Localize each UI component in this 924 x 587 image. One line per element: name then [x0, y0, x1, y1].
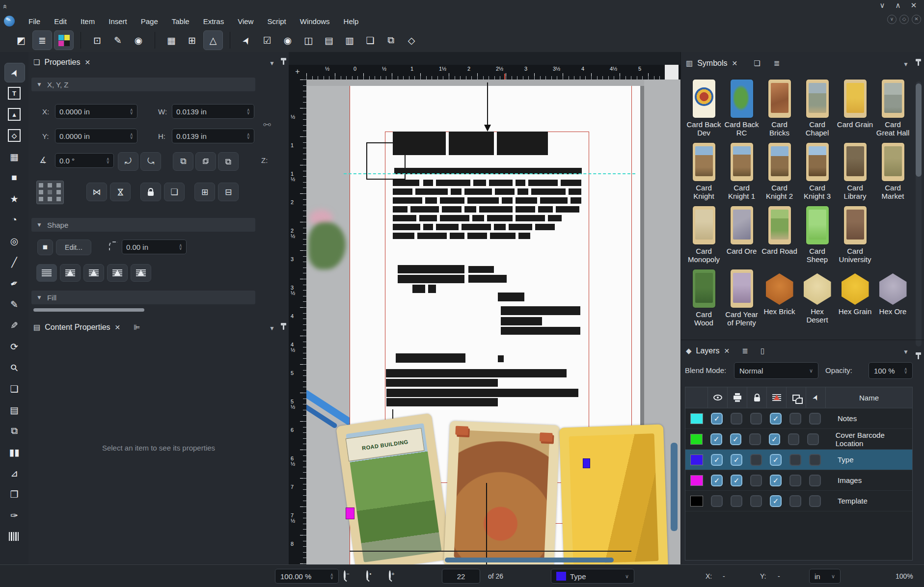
layer-color-swatch[interactable]: [690, 496, 703, 507]
preview-mode-button[interactable]: ⊡: [88, 31, 107, 50]
symbol-card-monopoly[interactable]: Card Monopoly: [686, 206, 722, 264]
pdf-combo-box-button[interactable]: ▥: [340, 31, 359, 50]
select-checkbox[interactable]: [809, 475, 821, 486]
menu-help[interactable]: Help: [337, 15, 366, 27]
new-page-icon[interactable]: ▯: [761, 347, 764, 355]
pdf-text-field-button[interactable]: ◫: [299, 31, 318, 50]
text-flow-image-button[interactable]: [131, 264, 151, 282]
color-management-button[interactable]: [54, 30, 74, 50]
pdf-3d-annotation-button[interactable]: ◇: [402, 31, 421, 50]
insert-arc-tool[interactable]: ◔: [4, 211, 24, 229]
export-pdf-button[interactable]: ◉: [129, 31, 148, 50]
symbol-hex-grain[interactable]: Hex Grain: [837, 269, 873, 316]
eye-dropper-tool[interactable]: ✑: [4, 506, 24, 525]
insert-calligraphic-line-tool[interactable]: ✎: [4, 316, 24, 335]
lock-checkbox[interactable]: [750, 413, 762, 425]
print-checkbox[interactable]: [731, 495, 742, 507]
symbol-card-ore[interactable]: Card Ore: [724, 206, 760, 255]
y-position-field[interactable]: 0.0000 in∧∨: [55, 129, 137, 143]
select-checkbox[interactable]: [809, 454, 821, 466]
maximize-button[interactable]: ∧: [892, 1, 904, 10]
raise-button[interactable]: ⧉: [195, 152, 216, 171]
pdf-radio-button-button[interactable]: ◉: [278, 31, 297, 50]
raise-to-top-button[interactable]: ⧉: [173, 152, 193, 171]
symbol-card-sheep[interactable]: Card Sheep: [799, 206, 836, 264]
barcode-tool[interactable]: [4, 527, 24, 546]
lock-size-button[interactable]: ❏: [164, 183, 185, 201]
chevron-down-icon[interactable]: ▼: [269, 60, 275, 67]
rotation-field[interactable]: 0.0 °∧∨: [55, 153, 114, 168]
symbol-card-bricks[interactable]: Card Bricks: [761, 80, 798, 137]
symbol-card-knight-3[interactable]: Card Knight 3: [799, 143, 836, 200]
link-text-frames-tool[interactable]: ⧉: [4, 422, 24, 440]
visible-checkbox[interactable]: ✓: [711, 454, 723, 466]
flip-horizontal-button[interactable]: ⋈: [86, 183, 107, 201]
print-checkbox[interactable]: [731, 413, 742, 425]
align-icon[interactable]: ⊫: [134, 323, 140, 332]
outline-checkbox[interactable]: [789, 413, 801, 425]
text-flow-contour-button[interactable]: [107, 264, 128, 282]
group-button[interactable]: ⊞: [194, 183, 215, 201]
symbol-list-icon[interactable]: ≣: [774, 59, 780, 68]
x-position-field[interactable]: 0.0000 in∧∨: [55, 104, 137, 119]
insert-polygon-tool[interactable]: ★: [4, 189, 24, 208]
edit-symbol-icon[interactable]: ❏: [754, 59, 760, 68]
textflow-checkbox[interactable]: ✓: [769, 433, 780, 445]
visible-checkbox[interactable]: ✓: [710, 433, 722, 445]
insert-line-tool[interactable]: ╱: [4, 253, 24, 271]
pin-icon[interactable]: [918, 353, 919, 359]
select-icon[interactable]: ➤: [806, 387, 826, 408]
minimize-button[interactable]: ∨: [876, 1, 889, 10]
symbol-card-back-rc[interactable]: Card Back RC: [724, 80, 760, 137]
horizontal-scrollbar[interactable]: [445, 558, 614, 562]
mdi-minimize-icon[interactable]: ∨: [887, 15, 897, 24]
basepoint-selector[interactable]: [36, 181, 64, 204]
zoom-100-button[interactable]: •: [366, 571, 368, 579]
textflow-checkbox[interactable]: ✓: [770, 495, 782, 507]
pdf-checkbox-button[interactable]: ☑: [258, 31, 276, 50]
mdi-restore-icon[interactable]: ◇: [899, 15, 909, 24]
symbol-hex-brick[interactable]: Hex Brick: [761, 269, 798, 316]
symbol-card-great-hall[interactable]: Card Great Hall: [875, 80, 911, 137]
insert-frame-button[interactable]: ⊞: [183, 31, 201, 50]
magenta-selection-handle[interactable]: [346, 507, 354, 519]
copy-item-properties-tool[interactable]: ❐: [4, 485, 24, 504]
blend-mode-select[interactable]: Normal∨: [734, 362, 818, 379]
select-checkbox[interactable]: [809, 495, 821, 507]
pdf-link-annotation-button[interactable]: ⧉: [381, 31, 400, 50]
link-wh-icon[interactable]: ⧟: [263, 120, 271, 129]
select-checkbox[interactable]: [809, 413, 821, 425]
layer-row-notes[interactable]: ✓✓Notes: [685, 408, 912, 429]
layer-row-cover-barcode-location[interactable]: ✓✓✓Cover Barcode Location: [685, 429, 912, 450]
text-flow-frame-button[interactable]: [60, 264, 81, 282]
layer-row-images[interactable]: ✓✓✓Images: [685, 470, 912, 491]
menu-page[interactable]: Page: [134, 15, 165, 27]
symbol-card-library[interactable]: Card Library: [837, 143, 873, 200]
symbol-card-wood[interactable]: Card Wood: [686, 269, 722, 327]
rotate-cw-button[interactable]: ⤿: [140, 152, 161, 171]
insert-bezier-curve-tool[interactable]: ✒: [4, 274, 24, 293]
chevron-down-icon[interactable]: ▼: [903, 61, 909, 68]
grain-card-image[interactable]: [559, 424, 668, 564]
story-editor-tool[interactable]: ▤: [4, 400, 24, 419]
pin-icon[interactable]: [283, 59, 284, 65]
horizontal-ruler[interactable]: ½0½11½22½33½44½55½: [306, 65, 680, 80]
pdf-list-box-button[interactable]: ▤: [320, 31, 338, 50]
lower-button[interactable]: ⧉: [218, 152, 239, 171]
insert-text-frame-tool[interactable]: T: [4, 84, 24, 103]
layer-color-swatch[interactable]: [690, 434, 703, 445]
rotate-ccw-button[interactable]: ⤾: [118, 152, 138, 171]
visible-checkbox[interactable]: [711, 495, 723, 507]
text-flow-icon[interactable]: [767, 387, 787, 408]
lock-checkbox[interactable]: [749, 433, 761, 445]
print-checkbox[interactable]: ✓: [730, 433, 741, 445]
chevron-down-icon[interactable]: ▼: [903, 348, 909, 355]
symbol-card-university[interactable]: Card University: [837, 206, 873, 264]
symbol-card-chapel[interactable]: Card Chapel: [799, 80, 836, 137]
measurements-tool[interactable]: ⊿: [4, 464, 24, 482]
unit-select[interactable]: in∨: [809, 569, 841, 584]
width-field[interactable]: 0.0139 in∧∨: [172, 104, 254, 119]
visible-checkbox[interactable]: ✓: [711, 475, 723, 486]
close-icon[interactable]: ✕: [84, 58, 90, 66]
pdf-push-button-button[interactable]: ➤: [237, 31, 256, 50]
